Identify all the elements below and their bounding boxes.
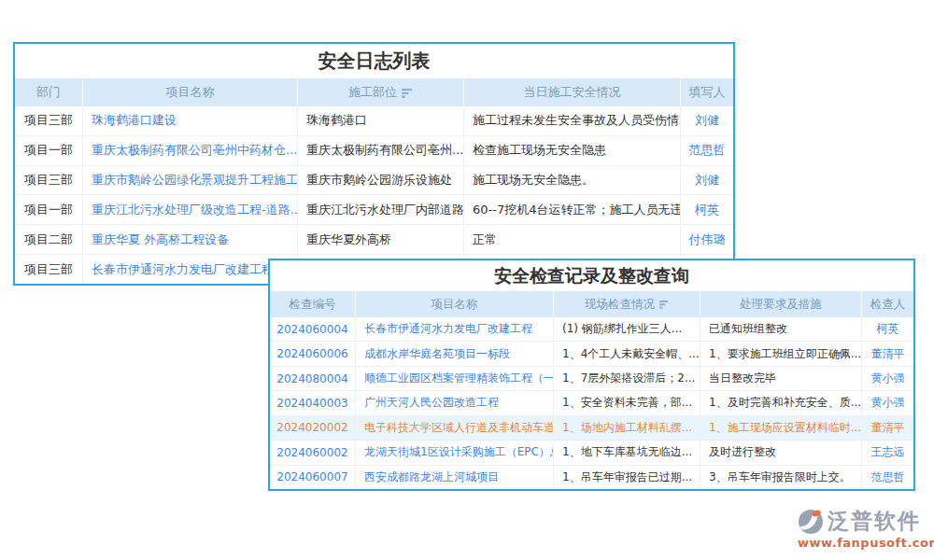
table-row[interactable]: 项目三部 重庆市鹅岭公园绿化景观提升工程施工 重庆市鹅岭公园游乐设施处 施工现场… (15, 165, 733, 195)
writer-link[interactable]: 付伟璐 (681, 225, 733, 254)
fanpu-branding: 泛普软件 www.fanpusoft.com (798, 506, 927, 550)
inspector-link[interactable]: 董清平 (862, 416, 913, 440)
table-row[interactable]: 2024060002 龙湖天街城1区设计采购施工（EPC）总承 1、地下车库基坑… (270, 440, 913, 464)
check-no-link[interactable]: 2024040003 (270, 391, 356, 414)
dept-cell: 项目三部 (15, 166, 83, 195)
table-row[interactable]: 2024040003 广州天河人民公园改造工程 1、安全资料未完善，部... 1… (270, 390, 913, 414)
table-row[interactable]: 2024080004 顺德工业园区档案管理精装饰工程（一标段 1、7层外架搭设滞… (270, 366, 913, 390)
column-header-location[interactable]: 施工部位 (298, 78, 464, 106)
safety-log-table: 安全日志列表 部门 项目名称 施工部位 当日施工安全情况 填写人 项目三部 珠海… (13, 42, 735, 286)
sort-icon[interactable] (659, 301, 669, 309)
dept-cell: 项目一部 (15, 195, 83, 224)
project-link[interactable]: 长春市伊通河水力发电厂改建工程 (83, 255, 298, 284)
table-row[interactable]: 项目一部 重庆太极制药有限公司亳州中药材仓... 重庆太极制药有限公司亳州...… (15, 135, 733, 165)
table-row[interactable]: 项目三部 珠海鹤港口建设 珠海鹤港口 施工过程未发生安全事故及人员受伤情况 刘健 (15, 106, 733, 135)
table-row[interactable]: 2024060006 成都水岸华庭名苑项目一标段 1、4个工人未戴安全帽、...… (270, 341, 913, 365)
table-row[interactable]: 项目二部 重庆华夏 外高桥工程设备 重庆华夏外高桥 正常 付伟璐 (15, 224, 733, 254)
column-header-measures: 处理要求及措施 (700, 291, 862, 317)
measures-cell: 1、施工现场应设置材料临时... (700, 416, 862, 440)
project-link[interactable]: 西安成都路龙湖上河城项目 (356, 466, 554, 489)
safety-check-table-title: 安全检查记录及整改查询 (270, 260, 913, 291)
writer-link[interactable]: 柯英 (681, 195, 733, 224)
table-row-highlighted[interactable]: 2024020002 电子科技大学区域人行道及非机动车道工程 1、场地内施工材料… (270, 415, 913, 440)
column-header-check-no: 检查编号 (270, 291, 356, 317)
location-cell: 重庆市鹅岭公园游乐设施处 (298, 166, 464, 195)
safety-log-table-body: 项目三部 珠海鹤港口建设 珠海鹤港口 施工过程未发生安全事故及人员受伤情况 刘健… (15, 106, 733, 284)
project-link[interactable]: 重庆太极制药有限公司亳州中药材仓... (83, 136, 298, 165)
brand-url: www.fanpusoft.com (798, 536, 927, 550)
status-cell: 检查施工现场无安全隐患 (464, 136, 681, 165)
measures-cell: 1、要求施工班组立即正确佩... (700, 342, 862, 365)
safety-log-table-header: 部门 项目名称 施工部位 当日施工安全情况 填写人 (15, 78, 733, 106)
status-cell: 施工过程未发生安全事故及人员受伤情况 (464, 106, 681, 135)
check-no-link[interactable]: 2024080004 (270, 367, 356, 390)
writer-link[interactable]: 刘健 (681, 106, 733, 135)
column-header-inspector: 检查人 (862, 291, 913, 317)
project-link[interactable]: 珠海鹤港口建设 (83, 106, 298, 135)
inspector-link[interactable]: 董清平 (862, 342, 913, 365)
check-no-link[interactable]: 2024060006 (270, 342, 356, 365)
inspection-cell: 1、安全资料未完善，部... (554, 391, 700, 414)
inspector-link[interactable]: 黄小强 (862, 367, 913, 390)
project-link[interactable]: 龙湖天街城1区设计采购施工（EPC）总承 (356, 441, 554, 464)
check-no-link[interactable]: 2024020002 (270, 416, 356, 440)
measures-cell: 1、及时完善和补充安全、质... (700, 391, 862, 414)
table-row[interactable]: 项目一部 重庆江北污水处理厂级改造工程-道路... 重庆江北污水处理厂内部道路 … (15, 194, 733, 224)
inspection-cell: (1) 钢筋绑扎作业三人... (554, 317, 700, 341)
project-link[interactable]: 长春市伊通河水力发电厂改建工程 (356, 317, 554, 341)
safety-check-table-body: 2024060004 长春市伊通河水力发电厂改建工程 (1) 钢筋绑扎作业三人.… (270, 317, 913, 489)
status-cell: 60--7挖机4台运转正常；施工人员无违... (464, 195, 681, 224)
inspector-link[interactable]: 王志远 (862, 441, 913, 464)
inspection-cell: 1、7层外架搭设滞后；2... (554, 367, 700, 390)
dept-cell: 项目三部 (15, 255, 83, 284)
project-link[interactable]: 重庆华夏 外高桥工程设备 (83, 225, 298, 254)
measures-cell: 已通知班组整改 (700, 317, 862, 341)
check-no-link[interactable]: 2024060002 (270, 441, 356, 464)
safety-check-table: 安全检查记录及整改查询 检查编号 项目名称 现场检查情况 处理要求及措施 检查人… (268, 259, 915, 491)
column-header-project: 项目名称 (356, 291, 554, 317)
location-cell: 重庆华夏外高桥 (298, 225, 464, 254)
project-link[interactable]: 顺德工业园区档案管理精装饰工程（一标段 (356, 367, 554, 390)
inspector-link[interactable]: 柯英 (862, 317, 913, 341)
column-header-daily-status: 当日施工安全情况 (464, 78, 681, 106)
location-cell: 珠海鹤港口 (298, 106, 464, 135)
inspection-cell: 1、场地内施工材料乱摆... (554, 416, 700, 440)
column-header-inspection[interactable]: 现场检查情况 (554, 291, 700, 317)
dept-cell: 项目二部 (15, 225, 83, 254)
dept-cell: 项目三部 (15, 106, 83, 135)
measures-cell: 3、吊车年审报告限时上交。 (700, 466, 862, 489)
column-header-dept: 部门 (15, 78, 83, 106)
fanpu-logo-icon (798, 506, 826, 536)
location-cell: 重庆太极制药有限公司亳州... (298, 136, 464, 165)
writer-link[interactable]: 刘健 (681, 166, 733, 195)
table-row[interactable]: 2024060007 西安成都路龙湖上河城项目 1、吊车年审报告已过期... 3… (270, 465, 913, 489)
project-link[interactable]: 广州天河人民公园改造工程 (356, 391, 554, 414)
check-no-link[interactable]: 2024060007 (270, 466, 356, 489)
safety-log-table-title: 安全日志列表 (15, 44, 733, 78)
project-link[interactable]: 电子科技大学区域人行道及非机动车道工程 (356, 416, 554, 440)
project-link[interactable]: 成都水岸华庭名苑项目一标段 (356, 342, 554, 365)
inspection-cell: 1、吊车年审报告已过期... (554, 466, 700, 489)
check-no-link[interactable]: 2024060004 (270, 317, 356, 341)
inspector-link[interactable]: 黄小强 (862, 391, 913, 414)
status-cell: 正常 (464, 225, 681, 254)
project-link[interactable]: 重庆江北污水处理厂级改造工程-道路... (83, 195, 298, 224)
writer-link[interactable]: 范思哲 (681, 136, 733, 165)
dept-cell: 项目一部 (15, 136, 83, 165)
measures-cell: 及时进行整改 (700, 441, 862, 464)
safety-check-table-header: 检查编号 项目名称 现场检查情况 处理要求及措施 检查人 (270, 291, 913, 317)
table-row[interactable]: 2024060004 长春市伊通河水力发电厂改建工程 (1) 钢筋绑扎作业三人.… (270, 317, 913, 341)
location-cell: 重庆江北污水处理厂内部道路 (298, 195, 464, 224)
project-link[interactable]: 重庆市鹅岭公园绿化景观提升工程施工 (83, 166, 298, 195)
sort-icon[interactable] (402, 89, 413, 98)
measures-cell: 当日整改完毕 (700, 367, 862, 390)
inspection-cell: 1、4个工人未戴安全帽、... (554, 342, 700, 365)
inspector-link[interactable]: 范思哲 (862, 466, 913, 489)
column-header-writer: 填写人 (681, 78, 733, 106)
inspection-cell: 1、地下车库基坑无临边... (554, 441, 700, 464)
brand-name: 泛普软件 (828, 507, 921, 536)
status-cell: 施工现场无安全隐患。 (464, 166, 681, 195)
column-header-project: 项目名称 (83, 78, 298, 106)
